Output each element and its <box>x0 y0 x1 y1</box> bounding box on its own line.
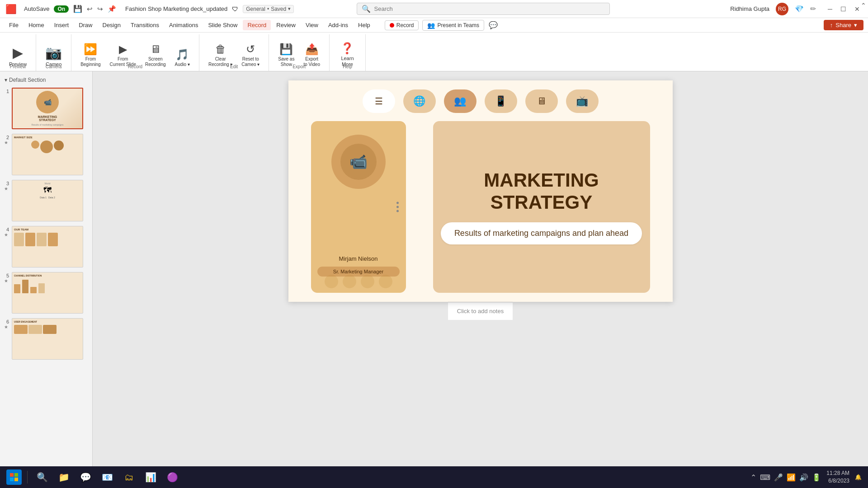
slide-item-4[interactable]: 4 ★ OUR TEAM <box>2 225 90 268</box>
ribbon-export-group-label: Export <box>269 63 329 71</box>
slide-star-2: ★ <box>4 140 8 145</box>
system-tray: ⌃ ⌨ 🎤 📶 🔊 🔋 <box>750 473 821 482</box>
record-button[interactable]: Record <box>385 20 419 30</box>
section-label: Default Section <box>9 77 46 83</box>
slide-item-5[interactable]: 5 ★ CHANNEL DISTRIBUTION <box>2 271 90 314</box>
battery-icon: 🔋 <box>812 473 821 482</box>
taskbar-powerpoint[interactable]: 📊 <box>142 468 160 486</box>
slide-item-3[interactable]: 3 ★ World 🗺 Data 1 Data 2 <box>2 179 90 222</box>
slide-num-6: 6 <box>3 318 9 324</box>
slide-video-icon: 📹 <box>349 153 368 170</box>
ribbon-record-group-label: Record <box>71 63 199 71</box>
redo-btn[interactable]: ↪ <box>97 5 103 13</box>
start-button[interactable] <box>6 469 22 485</box>
ribbon-group-record: ⏩ FromBeginning ▶ FromCurrent Slide 🖥 Sc… <box>71 34 199 71</box>
slide-thumb-3: World 🗺 Data 1 Data 2 <box>12 180 83 221</box>
share-icon: ↑ <box>830 22 833 28</box>
menu-view[interactable]: View <box>301 20 323 30</box>
taskbar-extra[interactable]: 🟣 <box>163 468 181 486</box>
time-display: 11:28 AM <box>826 469 849 477</box>
slide-thumb-5: CHANNEL DISTRIBUTION <box>12 272 83 314</box>
general-badge: General • Saved ▾ <box>243 5 294 13</box>
search-box[interactable]: 🔍 <box>357 3 610 15</box>
maximize-btn[interactable]: ☐ <box>838 5 849 14</box>
search-icon: 🔍 <box>362 5 371 13</box>
pen-icon[interactable]: ✏ <box>810 5 816 13</box>
pin-btn[interactable]: 📌 <box>108 5 116 13</box>
taskbar-outlook[interactable]: 📧 <box>98 468 116 486</box>
slide-monitor-icon-bubble: 🖥 <box>525 89 558 113</box>
powerpoint-logo: 🟥 <box>5 4 17 14</box>
svg-rect-2 <box>10 478 14 481</box>
slide-item-2[interactable]: 2 ★ MARKET SIZE <box>2 133 90 176</box>
ribbon-help-group-label: Help <box>330 63 365 71</box>
share-chevron: ▾ <box>854 22 857 28</box>
record-label: Record <box>396 22 414 28</box>
menu-record[interactable]: Record <box>243 20 271 30</box>
volume-icon: 🔊 <box>799 473 808 482</box>
slide-canvas[interactable]: ☰ 🌐 👥 📱 🖥 📺 📹 Mirjam <box>288 80 673 302</box>
ribbon-group-preview: ▶ Preview Preview <box>0 34 36 71</box>
slide-star-5: ★ <box>4 278 8 283</box>
autosave-toggle[interactable]: On <box>54 5 69 13</box>
ribbon-group-help: ❓ LearnMore Help <box>330 34 366 71</box>
chevron-up-icon[interactable]: ⌃ <box>750 473 756 482</box>
taskbar-clock[interactable]: 11:28 AM 6/8/2023 <box>826 469 849 485</box>
taskbar-separator <box>27 471 28 483</box>
user-name: Ridhima Gupta <box>730 5 769 12</box>
notification-icon[interactable]: 🔔 <box>855 474 862 480</box>
comment-button[interactable]: 💬 <box>485 19 501 31</box>
learn-more-icon: ❓ <box>340 42 354 55</box>
taskbar-teams[interactable]: 💬 <box>76 468 94 486</box>
share-button[interactable]: ↑ Share ▾ <box>824 20 863 30</box>
menu-draw[interactable]: Draw <box>74 20 97 30</box>
section-collapse-icon[interactable]: ▾ <box>5 77 7 83</box>
notes-bar[interactable]: Click to add notes <box>448 302 513 320</box>
autosave-label: AutoSave <box>24 5 49 12</box>
menu-addins[interactable]: Add-ins <box>324 20 353 30</box>
menu-design[interactable]: Design <box>98 20 125 30</box>
shield-icon: 🛡 <box>232 5 238 13</box>
menu-transitions[interactable]: Transitions <box>126 20 164 30</box>
slide-right-card: MARKETING STRATEGY Results of marketing … <box>433 121 650 293</box>
menu-help[interactable]: Help <box>354 20 375 30</box>
keyboard-icon: ⌨ <box>760 473 770 482</box>
slide-thumb-4: OUR TEAM <box>12 226 83 267</box>
slide-num-2: 2 <box>3 134 9 140</box>
slide-num-3: 3 <box>3 180 9 186</box>
menu-insert[interactable]: Insert <box>50 20 74 30</box>
ribbon-edit-group-label: Edit <box>199 63 269 71</box>
present-label: Present in Teams <box>437 22 479 28</box>
slide-item-1[interactable]: 1 📹 MARKETINGSTRATEGY Results of marketi… <box>2 87 90 130</box>
taskbar-search[interactable]: 🔍 <box>33 468 51 486</box>
screen-recording-icon: 🖥 <box>150 43 161 56</box>
taskbar-file-explorer[interactable]: 🗂 <box>120 468 138 486</box>
save-icon[interactable]: 💾 <box>73 5 82 13</box>
taskbar-right: ⌃ ⌨ 🎤 📶 🔊 🔋 11:28 AM 6/8/2023 🔔 <box>750 469 862 485</box>
slide-main-title: MARKETING STRATEGY <box>433 169 650 213</box>
menu-home[interactable]: Home <box>24 20 49 30</box>
slide-num-1: 1 <box>3 88 9 94</box>
slide-bottom-bubbles <box>311 275 406 288</box>
taskbar-files[interactable]: 📁 <box>55 468 73 486</box>
ribbon-camera-group-label: Camera <box>36 63 71 71</box>
search-input[interactable] <box>374 5 605 12</box>
menu-animations[interactable]: Animations <box>165 20 203 30</box>
present-in-teams-button[interactable]: 👥 Present in Teams <box>422 20 484 31</box>
minimize-btn[interactable]: ─ <box>825 5 835 14</box>
main-content: ▾ Default Section 1 📹 MARKETINGSTRATEGY … <box>0 71 868 474</box>
menu-review[interactable]: Review <box>272 20 300 30</box>
menu-file[interactable]: File <box>5 20 23 30</box>
slide-item-6[interactable]: 6 ★ USER ENGAGEMENT <box>2 317 90 361</box>
undo-btn[interactable]: ↩ <box>87 5 93 13</box>
user-avatar[interactable]: RG <box>776 3 788 15</box>
mic-icon: 🎤 <box>774 473 783 482</box>
menu-slideshow[interactable]: Slide Show <box>203 20 242 30</box>
menu-bar: File Home Insert Draw Design Transitions… <box>0 18 868 33</box>
slide-subtitle-box: Results of marketing campaigns and plan … <box>441 222 642 244</box>
audio-icon: 🎵 <box>175 48 189 61</box>
date-display: 6/8/2023 <box>826 477 849 485</box>
svg-rect-3 <box>14 478 18 481</box>
slide-thumb-1: 📹 MARKETINGSTRATEGY Results of marketing… <box>12 88 83 129</box>
window-controls[interactable]: ─ ☐ ✕ <box>825 5 863 14</box>
